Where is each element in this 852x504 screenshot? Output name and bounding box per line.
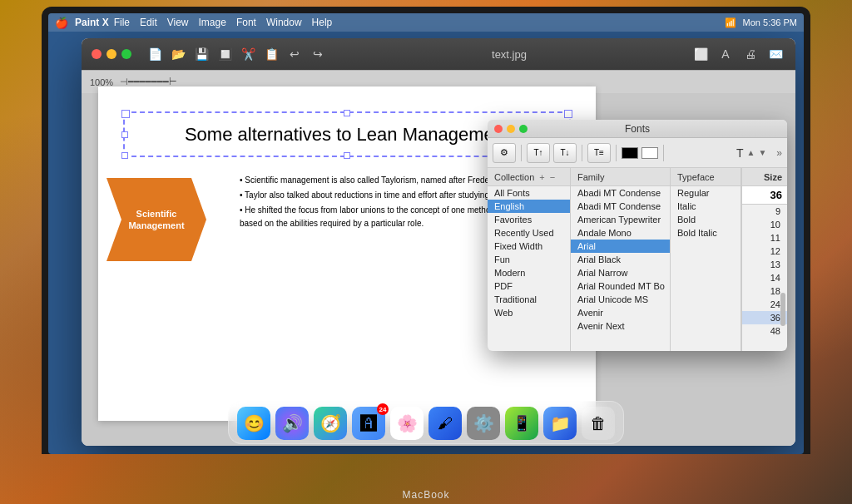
- dock-folder[interactable]: 📁: [543, 407, 577, 440]
- size-9[interactable]: 9: [742, 205, 787, 218]
- fonts-arrow-up[interactable]: ▲: [747, 148, 755, 157]
- fonts-maximize[interactable]: [519, 125, 528, 133]
- collection-traditional[interactable]: Traditional: [488, 293, 570, 306]
- collection-list[interactable]: All Fonts English Favorites Recently Use…: [488, 186, 570, 351]
- collection-pdf[interactable]: PDF: [488, 279, 570, 293]
- dock-siri[interactable]: 🔊: [275, 407, 309, 440]
- dock-safari[interactable]: 🧭: [314, 407, 347, 440]
- undo-icon[interactable]: ↩: [285, 45, 305, 63]
- document-area: Some alternatives to Lean Management Sci…: [82, 70, 795, 446]
- size-input[interactable]: 36: [742, 186, 787, 205]
- handle-top-middle[interactable]: [344, 110, 350, 116]
- fonts-color-black[interactable]: [622, 147, 638, 159]
- family-american[interactable]: American Typewriter: [571, 213, 670, 226]
- family-arial-unicode[interactable]: Arial Unicode MS: [571, 293, 670, 306]
- family-arial-narrow[interactable]: Arial Narrow: [571, 266, 670, 279]
- share-icon[interactable]: ✉️: [765, 45, 785, 63]
- dock: 😊 🔊 🧭 🅰 24 🌸 🖌 ⚙️ 📱: [228, 401, 624, 444]
- family-andale[interactable]: Andale Mono: [571, 226, 670, 240]
- family-arial-black[interactable]: Arial Black: [571, 253, 670, 266]
- fonts-size-down-btn[interactable]: T↓: [553, 143, 577, 163]
- fonts-minimize[interactable]: [507, 125, 515, 133]
- dock-finder[interactable]: 😊: [237, 407, 270, 440]
- menu-font[interactable]: Font: [236, 17, 256, 28]
- handle-middle-left[interactable]: [121, 131, 128, 138]
- app-window: 📄 📂 💾 🔲 ✂️ 📋 ↩ ↪ text.jpg ⬜ A 🖨 ✉️: [82, 38, 795, 446]
- dock-ios[interactable]: 📱: [505, 407, 538, 440]
- toolbar-separator-2: [582, 145, 582, 161]
- title-right-buttons: ⬜ A 🖨 ✉️: [691, 45, 785, 63]
- handle-bottom-left[interactable]: [121, 152, 128, 159]
- collection-recently-used[interactable]: Recently Used: [488, 226, 570, 240]
- size-13[interactable]: 13: [742, 258, 787, 271]
- stamp-icon[interactable]: 🔲: [215, 45, 235, 63]
- typeface-list[interactable]: Regular Italic Bold Bold Italic: [671, 186, 741, 351]
- collection-fun[interactable]: Fun: [488, 253, 570, 266]
- collection-add-btn[interactable]: +: [539, 172, 544, 182]
- new-doc-icon[interactable]: 📄: [145, 45, 165, 63]
- handle-bottom-middle[interactable]: [344, 152, 350, 159]
- copy-icon[interactable]: 📋: [261, 45, 281, 63]
- collection-all-fonts[interactable]: All Fonts: [488, 186, 570, 200]
- save-icon[interactable]: 💾: [191, 45, 211, 63]
- fonts-color-white[interactable]: [641, 147, 658, 159]
- print-icon[interactable]: 🖨: [741, 45, 760, 63]
- open-icon[interactable]: 📂: [168, 45, 188, 63]
- family-abadi-1[interactable]: Abadi MT Condense: [571, 186, 670, 200]
- menu-edit[interactable]: Edit: [140, 17, 157, 28]
- minimize-button[interactable]: [106, 49, 116, 59]
- chevron-area: ScientificManagement: [98, 170, 231, 421]
- family-column: Family Abadi MT Condense Abadi MT Conden…: [571, 168, 671, 351]
- size-48[interactable]: 48: [742, 324, 787, 338]
- fonts-settings-btn[interactable]: ⚙: [493, 143, 516, 163]
- fonts-close[interactable]: [494, 125, 503, 133]
- toolbar: 📄 📂 💾 🔲 ✂️ 📋 ↩ ↪: [145, 45, 328, 63]
- menu-window[interactable]: Window: [266, 17, 302, 28]
- typeface-italic[interactable]: Italic: [671, 200, 741, 213]
- view-mode-icon[interactable]: ⬜: [691, 45, 711, 63]
- dock-systemprefs[interactable]: ⚙️: [467, 407, 500, 440]
- fonts-toolbar: ⚙ T↑ T↓ T≡ T ▲ ▼: [488, 138, 787, 168]
- dock-trash[interactable]: 🗑: [582, 407, 615, 440]
- fonts-expand-icon[interactable]: »: [776, 147, 782, 159]
- maximize-button[interactable]: [121, 49, 131, 59]
- collection-english[interactable]: English: [488, 200, 570, 213]
- dock-paintx[interactable]: 🖌: [428, 407, 462, 440]
- family-avenir[interactable]: Avenir: [571, 306, 670, 319]
- collection-web[interactable]: Web: [488, 306, 570, 319]
- size-10[interactable]: 10: [742, 218, 787, 231]
- family-abadi-2[interactable]: Abadi MT Condense: [571, 200, 670, 213]
- font-icon[interactable]: A: [716, 45, 736, 63]
- typeface-regular[interactable]: Regular: [671, 186, 741, 200]
- size-list[interactable]: 9 10 11 12 13 14 18 24 36 48: [742, 205, 787, 351]
- typeface-bold-italic[interactable]: Bold Italic: [671, 226, 741, 240]
- fonts-indent-btn[interactable]: T≡: [587, 143, 611, 163]
- size-12[interactable]: 12: [742, 245, 787, 258]
- cut-icon[interactable]: ✂️: [238, 45, 258, 63]
- dock-photos[interactable]: 🌸: [390, 407, 424, 440]
- size-14[interactable]: 14: [742, 271, 787, 284]
- typeface-bold[interactable]: Bold: [671, 213, 741, 226]
- dock-appstore[interactable]: 🅰 24: [352, 407, 385, 440]
- collection-favorites[interactable]: Favorites: [488, 213, 570, 226]
- fonts-arrow-down[interactable]: ▼: [758, 148, 766, 157]
- menu-file[interactable]: File: [114, 17, 130, 28]
- collection-remove-btn[interactable]: −: [550, 172, 555, 182]
- menu-view[interactable]: View: [167, 17, 189, 28]
- fonts-size-btn[interactable]: T↑: [527, 143, 550, 163]
- family-arial[interactable]: Arial: [571, 240, 670, 253]
- size-scrollbar[interactable]: [780, 293, 785, 326]
- close-button[interactable]: [92, 49, 102, 59]
- collection-modern[interactable]: Modern: [488, 266, 570, 279]
- menu-image[interactable]: Image: [199, 17, 226, 28]
- redo-icon[interactable]: ↪: [308, 45, 328, 63]
- macbook-label: MacBook: [402, 489, 449, 501]
- collection-fixed-width[interactable]: Fixed Width: [488, 240, 570, 253]
- size-11[interactable]: 11: [742, 231, 787, 245]
- app-name[interactable]: Paint X: [75, 17, 109, 28]
- family-list[interactable]: Abadi MT Condense Abadi MT Condense Amer…: [571, 186, 670, 351]
- family-arial-rounded[interactable]: Arial Rounded MT Bo: [571, 279, 670, 293]
- family-avenir-next[interactable]: Avenir Next: [571, 319, 670, 333]
- apple-menu[interactable]: 🍎: [55, 17, 68, 29]
- menu-help[interactable]: Help: [312, 17, 333, 28]
